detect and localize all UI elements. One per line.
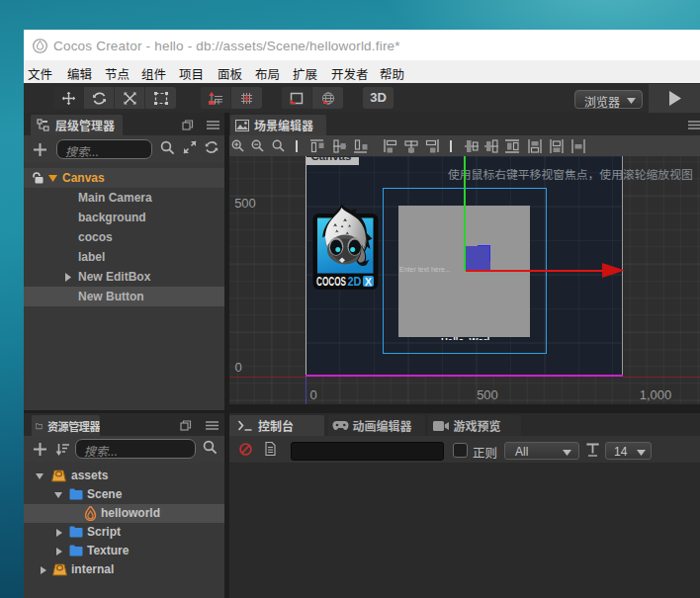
svg-text:COCOS: COCOS: [316, 275, 346, 289]
svg-text:X: X: [365, 276, 372, 288]
svg-text:2D: 2D: [348, 275, 362, 289]
